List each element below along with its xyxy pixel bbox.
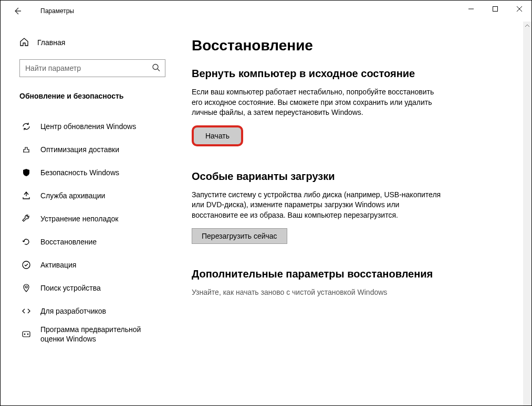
page-title: Восстановление — [192, 37, 510, 54]
code-icon — [22, 306, 31, 316]
svg-point-3 — [25, 286, 27, 288]
restart-now-button[interactable]: Перезагрузить сейчас — [192, 228, 287, 244]
recovery-icon — [22, 237, 31, 247]
shield-icon — [22, 168, 31, 177]
delivery-icon — [22, 145, 31, 154]
sidebar-item-label: Активация — [40, 260, 76, 270]
minimize-button[interactable] — [459, 1, 483, 17]
reset-body: Если ваш компьютер работает нестабильно,… — [192, 87, 444, 118]
close-button[interactable] — [507, 1, 531, 17]
back-arrow-icon — [13, 7, 22, 15]
maximize-icon — [493, 6, 498, 12]
reset-start-button[interactable]: Начать — [192, 125, 243, 146]
sync-icon — [22, 122, 31, 131]
insider-icon — [22, 329, 31, 339]
scroll-up-icon — [523, 22, 531, 30]
home-icon — [19, 37, 29, 48]
advanced-startup-heading: Особые варианты загрузки — [192, 170, 510, 183]
more-recovery-section: Дополнительные параметры восстановления … — [192, 268, 510, 298]
maximize-button[interactable] — [483, 1, 507, 17]
reset-heading: Вернуть компьютер в исходное состояние — [192, 68, 510, 80]
sidebar-item-developers[interactable]: Для разработчиков — [19, 300, 169, 323]
sidebar-item-recovery[interactable]: Восстановление — [19, 230, 169, 253]
svg-point-5 — [24, 334, 26, 335]
window-title: Параметры — [40, 7, 74, 15]
search-input[interactable] — [19, 59, 165, 77]
vertical-scrollbar[interactable] — [523, 22, 531, 405]
sidebar-item-label: Устранение неполадок — [40, 214, 118, 223]
location-icon — [22, 283, 31, 293]
svg-point-6 — [27, 334, 29, 335]
sidebar-item-label: Поиск устройства — [40, 283, 101, 293]
home-label: Главная — [37, 38, 65, 47]
sidebar-item-label: Оптимизация доставки — [40, 145, 119, 154]
sidebar-item-windows-update[interactable]: Центр обновления Windows — [19, 115, 169, 138]
home-link[interactable]: Главная — [19, 32, 169, 53]
wrench-icon — [22, 214, 31, 223]
sidebar-item-delivery-optimization[interactable]: Оптимизация доставки — [19, 138, 169, 161]
sidebar-item-troubleshoot[interactable]: Устранение неполадок — [19, 207, 169, 230]
advanced-startup-body: Запустите систему с устройства либо диск… — [192, 190, 444, 221]
sidebar-item-backup[interactable]: Служба архивации — [19, 184, 169, 207]
svg-rect-4 — [23, 332, 30, 337]
backup-icon — [22, 191, 31, 200]
sidebar-item-label: Восстановление — [40, 237, 97, 247]
check-circle-icon — [22, 260, 31, 270]
sidebar-item-label: Для разработчиков — [40, 306, 106, 316]
more-body[interactable]: Узнайте, как начать заново с чистой уста… — [192, 287, 444, 298]
sidebar-item-activation[interactable]: Активация — [19, 253, 169, 276]
sidebar-item-find-device[interactable]: Поиск устройства — [19, 276, 169, 300]
svg-point-2 — [23, 261, 30, 269]
minimize-icon — [468, 6, 474, 12]
sidebar-item-label: Программа предварительной оценки Windows — [40, 325, 161, 344]
svg-rect-0 — [493, 7, 498, 12]
close-icon — [517, 6, 522, 12]
sidebar-item-label: Безопасность Windows — [40, 168, 119, 177]
more-heading: Дополнительные параметры восстановления — [192, 268, 510, 280]
advanced-startup-section: Особые варианты загрузки Запустите систе… — [192, 170, 510, 244]
sidebar-item-label: Центр обновления Windows — [40, 122, 136, 131]
sidebar-item-label: Служба архивации — [40, 191, 105, 200]
sidebar-section-title: Обновление и безопасность — [19, 92, 169, 100]
reset-pc-section: Вернуть компьютер в исходное состояние Е… — [192, 68, 510, 146]
sidebar-item-insider[interactable]: Программа предварительной оценки Windows — [19, 323, 169, 346]
back-button[interactable] — [7, 1, 28, 22]
sidebar-item-windows-security[interactable]: Безопасность Windows — [19, 161, 169, 184]
